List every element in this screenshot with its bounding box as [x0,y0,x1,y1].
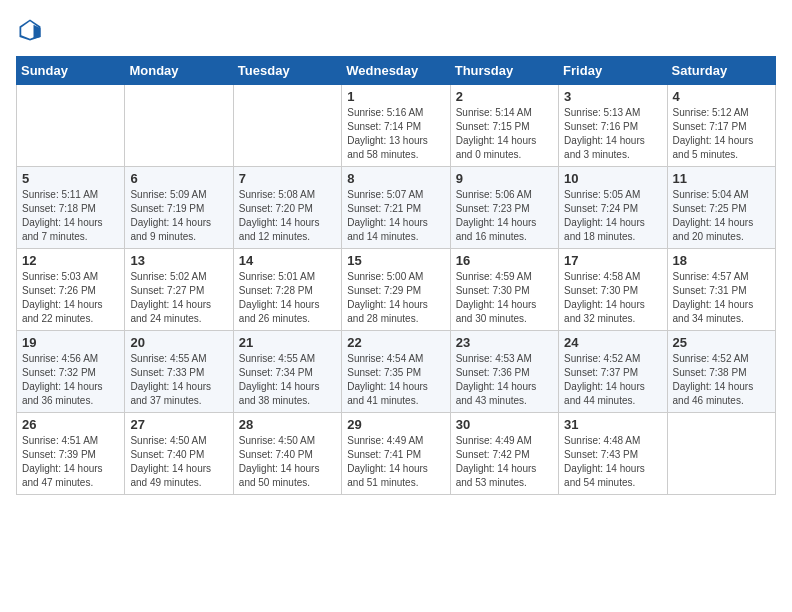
day-info: Sunrise: 4:54 AM Sunset: 7:35 PM Dayligh… [347,352,444,408]
calendar-cell [125,85,233,167]
day-number: 22 [347,335,444,350]
calendar-cell: 24Sunrise: 4:52 AM Sunset: 7:37 PM Dayli… [559,331,667,413]
day-info: Sunrise: 4:50 AM Sunset: 7:40 PM Dayligh… [130,434,227,490]
calendar-cell: 2Sunrise: 5:14 AM Sunset: 7:15 PM Daylig… [450,85,558,167]
day-info: Sunrise: 4:57 AM Sunset: 7:31 PM Dayligh… [673,270,770,326]
weekday-header-saturday: Saturday [667,57,775,85]
day-number: 29 [347,417,444,432]
calendar-cell [17,85,125,167]
calendar-cell: 1Sunrise: 5:16 AM Sunset: 7:14 PM Daylig… [342,85,450,167]
calendar-cell: 27Sunrise: 4:50 AM Sunset: 7:40 PM Dayli… [125,413,233,495]
day-info: Sunrise: 4:51 AM Sunset: 7:39 PM Dayligh… [22,434,119,490]
logo-icon [16,16,44,44]
day-number: 3 [564,89,661,104]
calendar-cell: 5Sunrise: 5:11 AM Sunset: 7:18 PM Daylig… [17,167,125,249]
day-number: 6 [130,171,227,186]
day-number: 20 [130,335,227,350]
day-info: Sunrise: 5:03 AM Sunset: 7:26 PM Dayligh… [22,270,119,326]
day-number: 11 [673,171,770,186]
day-number: 26 [22,417,119,432]
day-number: 23 [456,335,553,350]
day-number: 14 [239,253,336,268]
day-number: 28 [239,417,336,432]
day-info: Sunrise: 4:53 AM Sunset: 7:36 PM Dayligh… [456,352,553,408]
day-info: Sunrise: 5:04 AM Sunset: 7:25 PM Dayligh… [673,188,770,244]
day-number: 1 [347,89,444,104]
day-number: 10 [564,171,661,186]
day-info: Sunrise: 4:49 AM Sunset: 7:42 PM Dayligh… [456,434,553,490]
calendar-cell: 6Sunrise: 5:09 AM Sunset: 7:19 PM Daylig… [125,167,233,249]
day-number: 24 [564,335,661,350]
calendar-week-5: 26Sunrise: 4:51 AM Sunset: 7:39 PM Dayli… [17,413,776,495]
day-info: Sunrise: 5:08 AM Sunset: 7:20 PM Dayligh… [239,188,336,244]
day-info: Sunrise: 4:52 AM Sunset: 7:38 PM Dayligh… [673,352,770,408]
weekday-header-sunday: Sunday [17,57,125,85]
calendar-cell: 29Sunrise: 4:49 AM Sunset: 7:41 PM Dayli… [342,413,450,495]
day-number: 15 [347,253,444,268]
day-number: 19 [22,335,119,350]
day-number: 25 [673,335,770,350]
calendar-cell: 11Sunrise: 5:04 AM Sunset: 7:25 PM Dayli… [667,167,775,249]
weekday-header-tuesday: Tuesday [233,57,341,85]
calendar-cell: 8Sunrise: 5:07 AM Sunset: 7:21 PM Daylig… [342,167,450,249]
calendar-week-3: 12Sunrise: 5:03 AM Sunset: 7:26 PM Dayli… [17,249,776,331]
calendar-cell: 4Sunrise: 5:12 AM Sunset: 7:17 PM Daylig… [667,85,775,167]
calendar-cell [233,85,341,167]
weekday-header-row: SundayMondayTuesdayWednesdayThursdayFrid… [17,57,776,85]
day-info: Sunrise: 4:59 AM Sunset: 7:30 PM Dayligh… [456,270,553,326]
calendar-cell: 30Sunrise: 4:49 AM Sunset: 7:42 PM Dayli… [450,413,558,495]
weekday-header-thursday: Thursday [450,57,558,85]
day-info: Sunrise: 5:01 AM Sunset: 7:28 PM Dayligh… [239,270,336,326]
day-number: 16 [456,253,553,268]
day-info: Sunrise: 4:50 AM Sunset: 7:40 PM Dayligh… [239,434,336,490]
day-info: Sunrise: 5:16 AM Sunset: 7:14 PM Dayligh… [347,106,444,162]
day-number: 7 [239,171,336,186]
calendar-table: SundayMondayTuesdayWednesdayThursdayFrid… [16,56,776,495]
calendar-cell: 23Sunrise: 4:53 AM Sunset: 7:36 PM Dayli… [450,331,558,413]
day-info: Sunrise: 5:00 AM Sunset: 7:29 PM Dayligh… [347,270,444,326]
day-info: Sunrise: 4:55 AM Sunset: 7:33 PM Dayligh… [130,352,227,408]
day-info: Sunrise: 5:09 AM Sunset: 7:19 PM Dayligh… [130,188,227,244]
calendar-cell: 16Sunrise: 4:59 AM Sunset: 7:30 PM Dayli… [450,249,558,331]
day-number: 21 [239,335,336,350]
day-number: 13 [130,253,227,268]
day-number: 12 [22,253,119,268]
weekday-header-wednesday: Wednesday [342,57,450,85]
calendar-cell: 9Sunrise: 5:06 AM Sunset: 7:23 PM Daylig… [450,167,558,249]
calendar-week-1: 1Sunrise: 5:16 AM Sunset: 7:14 PM Daylig… [17,85,776,167]
day-info: Sunrise: 5:12 AM Sunset: 7:17 PM Dayligh… [673,106,770,162]
calendar-cell: 31Sunrise: 4:48 AM Sunset: 7:43 PM Dayli… [559,413,667,495]
calendar-cell: 12Sunrise: 5:03 AM Sunset: 7:26 PM Dayli… [17,249,125,331]
calendar-cell: 20Sunrise: 4:55 AM Sunset: 7:33 PM Dayli… [125,331,233,413]
day-info: Sunrise: 4:52 AM Sunset: 7:37 PM Dayligh… [564,352,661,408]
calendar-cell: 28Sunrise: 4:50 AM Sunset: 7:40 PM Dayli… [233,413,341,495]
calendar-week-2: 5Sunrise: 5:11 AM Sunset: 7:18 PM Daylig… [17,167,776,249]
calendar-cell: 10Sunrise: 5:05 AM Sunset: 7:24 PM Dayli… [559,167,667,249]
weekday-header-monday: Monday [125,57,233,85]
day-info: Sunrise: 5:11 AM Sunset: 7:18 PM Dayligh… [22,188,119,244]
day-number: 30 [456,417,553,432]
calendar-cell: 15Sunrise: 5:00 AM Sunset: 7:29 PM Dayli… [342,249,450,331]
day-number: 4 [673,89,770,104]
calendar-week-4: 19Sunrise: 4:56 AM Sunset: 7:32 PM Dayli… [17,331,776,413]
calendar-cell: 22Sunrise: 4:54 AM Sunset: 7:35 PM Dayli… [342,331,450,413]
day-number: 17 [564,253,661,268]
day-info: Sunrise: 4:58 AM Sunset: 7:30 PM Dayligh… [564,270,661,326]
calendar-cell: 13Sunrise: 5:02 AM Sunset: 7:27 PM Dayli… [125,249,233,331]
calendar-cell: 17Sunrise: 4:58 AM Sunset: 7:30 PM Dayli… [559,249,667,331]
day-number: 5 [22,171,119,186]
calendar-cell [667,413,775,495]
page-header [16,16,776,44]
day-info: Sunrise: 4:48 AM Sunset: 7:43 PM Dayligh… [564,434,661,490]
day-number: 9 [456,171,553,186]
day-info: Sunrise: 5:02 AM Sunset: 7:27 PM Dayligh… [130,270,227,326]
calendar-cell: 14Sunrise: 5:01 AM Sunset: 7:28 PM Dayli… [233,249,341,331]
day-number: 31 [564,417,661,432]
calendar-cell: 26Sunrise: 4:51 AM Sunset: 7:39 PM Dayli… [17,413,125,495]
day-number: 18 [673,253,770,268]
day-number: 2 [456,89,553,104]
weekday-header-friday: Friday [559,57,667,85]
calendar-cell: 18Sunrise: 4:57 AM Sunset: 7:31 PM Dayli… [667,249,775,331]
logo [16,16,48,44]
day-info: Sunrise: 5:07 AM Sunset: 7:21 PM Dayligh… [347,188,444,244]
